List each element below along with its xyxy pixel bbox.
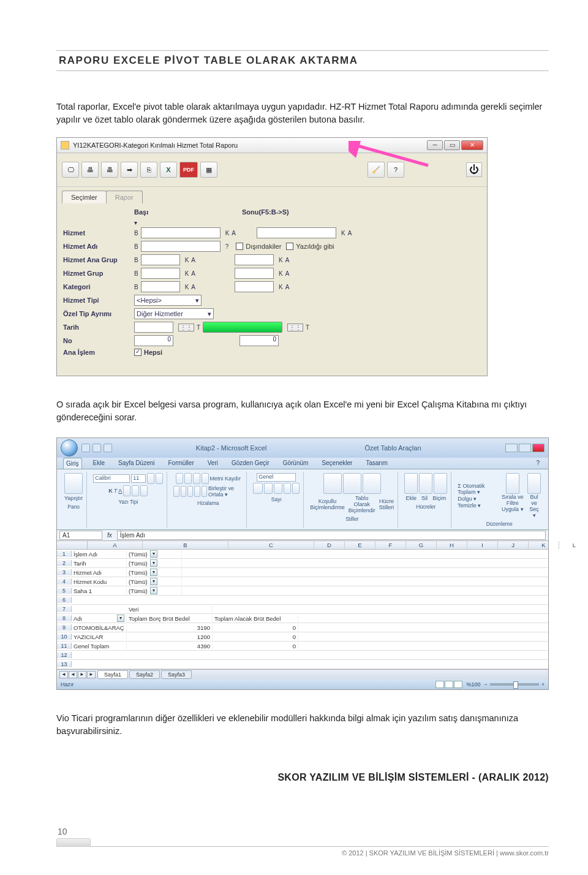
col-J[interactable]: J xyxy=(498,541,529,549)
tab-formuller[interactable]: Formüller xyxy=(166,458,197,469)
align-left-icon[interactable] xyxy=(173,486,179,497)
tab-rapor[interactable]: Rapor xyxy=(106,191,143,203)
sheet-nav-first-icon[interactable]: ◄ xyxy=(59,671,68,678)
col-H[interactable]: H xyxy=(437,541,467,549)
sheet-tab-sayfa2[interactable]: Sayfa2 xyxy=(129,670,160,679)
input-tarih-basi[interactable] xyxy=(134,322,173,333)
toolbar-exit-icon[interactable]: ⏻ xyxy=(466,162,482,177)
tab-ekle[interactable]: Ekle xyxy=(91,458,107,469)
zoom-plus-icon[interactable]: + xyxy=(541,681,545,688)
chk-hepsi[interactable] xyxy=(134,349,141,356)
tab-gorunum[interactable]: Görünüm xyxy=(281,458,311,469)
find-select-button[interactable] xyxy=(527,473,541,494)
select-hizmet-tipi[interactable]: <Hepsi>▾ xyxy=(134,295,202,306)
comma-icon[interactable] xyxy=(274,483,282,494)
tab-giris[interactable]: Giriş xyxy=(63,458,82,469)
underline-button[interactable]: A xyxy=(118,488,122,494)
tab-sayfa-duzeni[interactable]: Sayfa Düzeni xyxy=(116,458,157,469)
office-orb-icon[interactable] xyxy=(61,439,78,456)
tab-help-icon[interactable]: ? xyxy=(533,458,542,469)
fill-button[interactable]: Dolgu ▾ xyxy=(458,496,477,502)
window-maximize-icon[interactable] xyxy=(519,444,531,452)
formula-input[interactable]: İşlem Adı xyxy=(117,531,546,540)
qat-undo-icon[interactable] xyxy=(92,444,101,452)
qat-redo-icon[interactable] xyxy=(104,444,112,452)
zoom-slider[interactable] xyxy=(490,683,539,686)
input-anagrup-basi[interactable] xyxy=(141,254,180,265)
tab-tasarim[interactable]: Tasarım xyxy=(363,458,390,469)
percent-icon[interactable] xyxy=(264,483,273,494)
fill-color-icon[interactable] xyxy=(132,485,139,496)
view-normal-icon[interactable] xyxy=(435,681,444,688)
sheet-nav-prev-icon[interactable]: ◄ xyxy=(69,671,77,678)
wrap-text-button[interactable]: Metni Kaydır xyxy=(210,475,241,482)
col-I[interactable]: I xyxy=(467,541,498,549)
shrink-font-icon[interactable] xyxy=(156,473,163,484)
zoom-minus-icon[interactable]: − xyxy=(484,681,487,688)
sheet-tab-sayfa3[interactable]: Sayfa3 xyxy=(161,670,192,679)
select-ozel-tip[interactable]: Diğer Hizmetler▾ xyxy=(134,308,214,319)
toolbar-printsetup-icon[interactable]: 🖶 xyxy=(101,162,118,178)
tab-veri[interactable]: Veri xyxy=(205,458,221,469)
format-as-table-button[interactable] xyxy=(343,473,361,494)
col-D[interactable]: D xyxy=(314,541,345,549)
col-L[interactable]: L xyxy=(559,541,588,549)
col-B[interactable]: B xyxy=(143,541,228,549)
paste-button[interactable] xyxy=(64,473,83,494)
font-color-icon[interactable] xyxy=(140,485,148,496)
col-K[interactable]: K xyxy=(529,541,559,549)
italic-button[interactable]: T xyxy=(114,488,118,494)
input-no-sonu[interactable]: 0 xyxy=(239,335,279,346)
toolbar-pivot-icon[interactable]: ▦ xyxy=(200,162,217,178)
tab-secenekler[interactable]: Seçenekler xyxy=(319,458,355,469)
input-hizmet-basi[interactable] xyxy=(141,227,221,238)
indent-dec-icon[interactable] xyxy=(194,486,200,497)
qat-save-icon[interactable] xyxy=(81,444,90,452)
chk-yazildigi[interactable] xyxy=(286,243,293,250)
fx-icon[interactable]: fx xyxy=(107,532,112,539)
bold-button[interactable]: K xyxy=(108,488,113,494)
view-layout-icon[interactable] xyxy=(445,681,453,688)
col-E[interactable]: E xyxy=(345,541,375,549)
sheet-tab-sayfa1[interactable]: Sayfa1 xyxy=(97,670,128,679)
fontsize-select[interactable]: 11 xyxy=(131,474,146,483)
grow-font-icon[interactable] xyxy=(147,473,154,484)
tab-secimler[interactable]: Seçimler xyxy=(62,191,107,203)
cond-format-button[interactable] xyxy=(323,473,342,494)
chk-disindakiler[interactable] xyxy=(236,243,243,250)
toolbar-pdf-icon[interactable]: PDF xyxy=(179,162,198,178)
input-kategori-sonu[interactable] xyxy=(235,281,274,292)
dec-dec-icon[interactable] xyxy=(292,483,300,494)
maximize-icon[interactable]: ▭ xyxy=(444,140,460,150)
cell-styles-button[interactable] xyxy=(363,473,381,494)
tab-gozden-gecir[interactable]: Gözden Geçir xyxy=(229,458,272,469)
format-button[interactable] xyxy=(434,473,447,494)
col-G[interactable]: G xyxy=(406,541,437,549)
toolbar-print-icon[interactable]: 🖶 xyxy=(81,162,99,178)
name-box[interactable]: A1 xyxy=(59,531,102,540)
font-select[interactable]: Calibri xyxy=(93,474,130,483)
input-grup-sonu[interactable] xyxy=(235,268,274,279)
merge-button[interactable]: Birleştir ve Ortala ▾ xyxy=(208,485,243,498)
orient-icon[interactable] xyxy=(202,473,209,484)
align-right-icon[interactable] xyxy=(187,486,193,497)
input-grup-basi[interactable] xyxy=(141,268,180,279)
sheet-nav-last-icon[interactable]: ► xyxy=(87,671,96,678)
input-kategori-basi[interactable] xyxy=(141,281,180,292)
calendar-icon[interactable]: ⋮⋮ xyxy=(178,324,194,331)
autosum-button[interactable]: Σ Otomatik Toplam ▾ xyxy=(458,483,496,495)
input-anagrup-sonu[interactable] xyxy=(235,254,274,265)
sheet-nav-next-icon[interactable]: ► xyxy=(78,671,86,678)
window-close-icon[interactable] xyxy=(532,444,545,452)
toolbar-monitor-icon[interactable]: 🖵 xyxy=(62,162,79,178)
align-center-icon[interactable] xyxy=(181,486,186,497)
insert-button[interactable] xyxy=(404,473,418,494)
toolbar-excel-icon[interactable]: X xyxy=(160,162,177,178)
window-minimize-icon[interactable] xyxy=(505,444,518,452)
toolbar-send-icon[interactable]: ➡ xyxy=(121,162,138,178)
col-F[interactable]: F xyxy=(375,541,406,549)
currency-icon[interactable] xyxy=(253,483,263,494)
input-hizmet-sonu[interactable] xyxy=(257,227,336,238)
delete-button[interactable] xyxy=(419,473,432,494)
align-mid-icon[interactable] xyxy=(184,473,192,484)
